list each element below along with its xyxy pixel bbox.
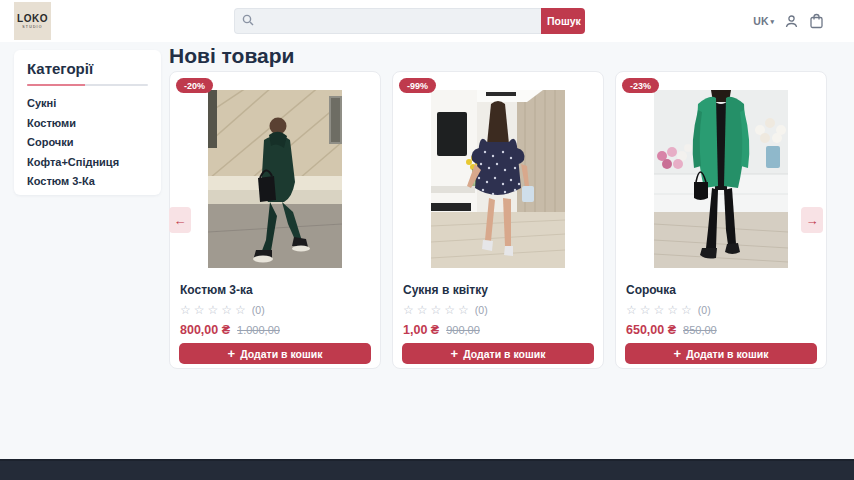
arrow-left-icon: ← [174,213,187,228]
star-icon: ☆ [431,303,442,317]
star-icon: ☆ [180,303,191,317]
discount-badge: -20% [176,78,213,93]
star-icon: ☆ [208,303,219,317]
language-label: UK [753,15,768,27]
product-title[interactable]: Сорочка [626,283,816,297]
header: LOKO STUDIO Пошук UK ▾ [0,0,854,42]
logo[interactable]: LOKO STUDIO [14,2,51,40]
product-image[interactable] [431,90,565,268]
plus-icon: + [451,347,459,360]
rating-count: (0) [252,304,265,316]
product-title[interactable]: Костюм 3-ка [180,283,370,297]
discount-badge: -99% [399,78,436,93]
price: 650,00 ₴ [626,323,676,337]
footer [0,459,854,480]
product-image[interactable] [654,90,788,268]
rating-count: (0) [475,304,488,316]
search-bar: Пошук [234,8,585,34]
rating: ☆ ☆ ☆ ☆ ☆ (0) [180,303,370,317]
old-price: 900,00 [446,324,480,336]
star-icon: ☆ [417,303,428,317]
sidebar-item-kostyum-3ka[interactable]: Костюм 3-Ка [27,172,148,192]
arrow-right-icon: → [806,213,819,228]
star-icon: ☆ [403,303,414,317]
cart-icon[interactable] [809,13,824,29]
discount-badge: -23% [622,78,659,93]
star-icon: ☆ [626,303,637,317]
rating: ☆ ☆ ☆ ☆ ☆ (0) [626,303,816,317]
search-icon [242,12,254,30]
add-to-cart-label: Додати в кошик [686,348,768,360]
search-input[interactable] [260,14,534,28]
old-price: 1.000,00 [237,324,280,336]
star-icon: ☆ [221,303,232,317]
star-icon: ☆ [444,303,455,317]
header-actions: UK ▾ [753,0,824,42]
chevron-down-icon: ▾ [770,18,774,25]
product-carousel: -20% [169,71,827,369]
star-icon: ☆ [640,303,651,317]
logo-text: LOKO [17,14,48,24]
star-icon: ☆ [458,303,469,317]
account-icon[interactable] [784,14,799,29]
page: LOKO STUDIO Пошук UK ▾ [0,0,854,480]
page-title: Нові товари [169,44,827,68]
price: 1,00 ₴ [403,323,439,337]
language-selector[interactable]: UK ▾ [753,15,774,27]
logo-subtext: STUDIO [22,25,42,29]
star-icon: ☆ [654,303,665,317]
search-input-wrap [234,8,541,34]
product-card: -20% [169,71,381,369]
sidebar-item-kofta-spidnytsia[interactable]: Кофта+Спідниця [27,153,148,173]
plus-icon: + [228,347,236,360]
product-card: -23% [615,71,827,369]
search-button[interactable]: Пошук [541,8,585,34]
star-icon: ☆ [681,303,692,317]
price-row: 1,00 ₴ 900,00 [403,323,593,337]
price: 800,00 ₴ [180,323,230,337]
new-products-section: Нові товари -20% [169,44,827,369]
old-price: 850,00 [683,324,717,336]
star-icon: ☆ [667,303,678,317]
categories-panel: Категорії Сукні Костюми Сорочки Кофта+Сп… [14,50,161,195]
divider [27,84,148,86]
product-title[interactable]: Сукня в квітку [403,283,593,297]
add-to-cart-button[interactable]: + Додати в кошик [402,343,594,364]
add-to-cart-label: Додати в кошик [240,348,322,360]
price-row: 800,00 ₴ 1.000,00 [180,323,370,337]
star-icon: ☆ [194,303,205,317]
carousel-next-button[interactable]: → [801,207,823,233]
sidebar-item-sorochky[interactable]: Сорочки [27,133,148,153]
rating-count: (0) [698,304,711,316]
categories-title: Категорії [27,60,148,77]
product-image[interactable] [208,90,342,268]
add-to-cart-button[interactable]: + Додати в кошик [179,343,371,364]
categories-list: Сукні Костюми Сорочки Кофта+Спідниця Кос… [27,94,148,192]
add-to-cart-label: Додати в кошик [463,348,545,360]
plus-icon: + [674,347,682,360]
sidebar-item-sukni[interactable]: Сукні [27,94,148,114]
product-card: -99% [392,71,604,369]
sidebar-item-kostyumy[interactable]: Костюми [27,114,148,134]
carousel-prev-button[interactable]: ← [169,207,191,233]
price-row: 650,00 ₴ 850,00 [626,323,816,337]
rating: ☆ ☆ ☆ ☆ ☆ (0) [403,303,593,317]
star-icon: ☆ [235,303,246,317]
content: Категорії Сукні Костюми Сорочки Кофта+Сп… [0,42,854,459]
add-to-cart-button[interactable]: + Додати в кошик [625,343,817,364]
